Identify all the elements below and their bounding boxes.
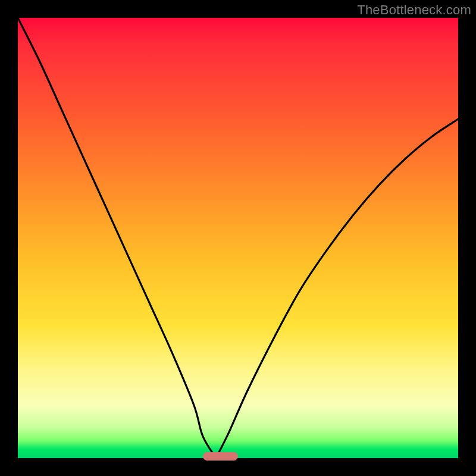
curve-left-branch	[18, 18, 216, 458]
watermark-text: TheBottleneck.com	[357, 2, 471, 18]
bottleneck-curve	[18, 18, 458, 458]
curve-right-branch	[216, 119, 458, 458]
chart-frame: TheBottleneck.com	[0, 0, 476, 476]
bottleneck-marker	[203, 452, 238, 461]
chart-plot-area	[18, 18, 458, 458]
